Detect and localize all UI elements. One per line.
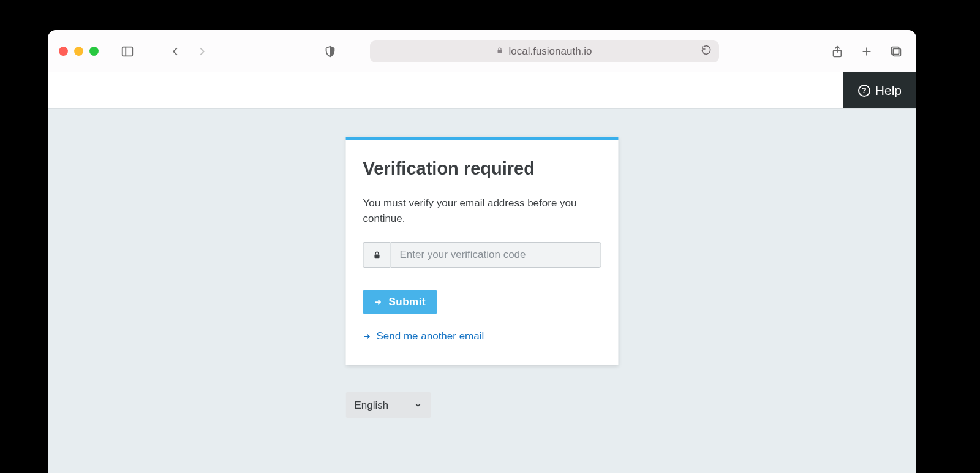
help-label: Help [875, 83, 902, 98]
reload-icon[interactable] [701, 44, 712, 58]
lock-icon [496, 46, 503, 56]
arrow-right-icon [374, 298, 383, 306]
privacy-shield-icon[interactable] [321, 42, 339, 61]
address-bar[interactable]: local.fusionauth.io [370, 40, 719, 62]
verification-code-input[interactable] [391, 242, 601, 268]
code-input-group [363, 242, 601, 268]
verification-panel: Verification required You must verify yo… [346, 137, 619, 365]
url-text: local.fusionauth.io [508, 45, 592, 58]
minimize-window-button[interactable] [74, 47, 83, 56]
window-controls [59, 47, 99, 56]
submit-label: Submit [389, 296, 426, 308]
help-button[interactable]: ? Help [843, 72, 916, 108]
svg-rect-0 [123, 47, 133, 56]
browser-window: local.fusionauth.io ? Help [48, 30, 916, 473]
verification-panel-wrap: Verification required You must verify yo… [346, 137, 619, 418]
svg-rect-6 [893, 48, 900, 56]
svg-rect-7 [892, 47, 899, 54]
browser-toolbar: local.fusionauth.io [48, 30, 916, 72]
page-content: ? Help Verification required You must ve… [48, 72, 916, 473]
tabs-overview-icon[interactable] [887, 42, 905, 61]
panel-message: You must verify your email address befor… [363, 196, 601, 226]
svg-rect-8 [374, 255, 379, 259]
submit-button[interactable]: Submit [363, 290, 437, 314]
new-tab-icon[interactable] [858, 42, 876, 61]
close-window-button[interactable] [59, 47, 68, 56]
app-header: ? Help [48, 72, 916, 109]
resend-email-link[interactable]: Send me another email [363, 330, 484, 342]
maximize-window-button[interactable] [89, 47, 99, 56]
arrow-right-icon [363, 332, 372, 341]
language-select[interactable]: English [346, 392, 431, 418]
toolbar-right-icons [828, 42, 905, 61]
sidebar-toggle-icon[interactable] [118, 42, 137, 61]
panel-title: Verification required [363, 159, 601, 179]
forward-button[interactable] [193, 42, 211, 61]
share-icon[interactable] [828, 42, 846, 61]
back-button[interactable] [166, 42, 184, 61]
help-icon: ? [858, 85, 870, 97]
lock-icon [363, 242, 391, 268]
resend-link-label: Send me another email [377, 330, 484, 342]
svg-rect-2 [498, 50, 502, 53]
